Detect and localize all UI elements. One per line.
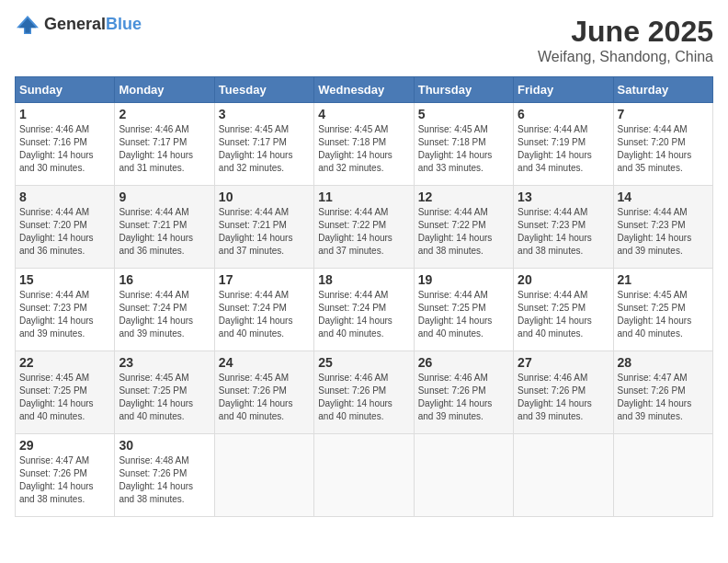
day-content: Sunrise: 4:45 AM Sunset: 7:17 PM Dayligh… — [219, 123, 310, 175]
table-row: 17 Sunrise: 4:44 AM Sunset: 7:24 PM Dayl… — [214, 269, 313, 351]
day-content: Sunrise: 4:45 AM Sunset: 7:18 PM Dayligh… — [418, 123, 509, 175]
day-number: 15 — [19, 272, 110, 287]
table-row: 29 Sunrise: 4:47 AM Sunset: 7:26 PM Dayl… — [16, 434, 115, 517]
day-content: Sunrise: 4:45 AM Sunset: 7:18 PM Dayligh… — [318, 123, 409, 175]
day-number: 26 — [418, 355, 509, 370]
table-row: 11 Sunrise: 4:44 AM Sunset: 7:22 PM Dayl… — [314, 186, 414, 269]
table-row: 7 Sunrise: 4:44 AM Sunset: 7:20 PM Dayli… — [613, 103, 712, 186]
day-number: 29 — [19, 438, 110, 453]
table-row: 24 Sunrise: 4:45 AM Sunset: 7:26 PM Dayl… — [214, 351, 313, 434]
table-row: 30 Sunrise: 4:48 AM Sunset: 7:26 PM Dayl… — [115, 434, 214, 517]
table-row: 14 Sunrise: 4:44 AM Sunset: 7:23 PM Dayl… — [613, 186, 712, 269]
table-row: 1 Sunrise: 4:46 AM Sunset: 7:16 PM Dayli… — [16, 103, 115, 186]
day-number: 8 — [19, 190, 110, 204]
table-row — [214, 434, 313, 517]
table-row: 6 Sunrise: 4:44 AM Sunset: 7:19 PM Dayli… — [514, 103, 613, 186]
day-content: Sunrise: 4:44 AM Sunset: 7:23 PM Dayligh… — [618, 206, 709, 258]
col-wednesday: Wednesday — [314, 77, 414, 103]
table-row: 4 Sunrise: 4:45 AM Sunset: 7:18 PM Dayli… — [314, 103, 414, 186]
day-number: 23 — [119, 355, 210, 370]
table-row — [414, 434, 513, 517]
table-row: 10 Sunrise: 4:44 AM Sunset: 7:21 PM Dayl… — [214, 186, 313, 269]
day-content: Sunrise: 4:46 AM Sunset: 7:26 PM Dayligh… — [418, 372, 509, 423]
table-row: 3 Sunrise: 4:45 AM Sunset: 7:17 PM Dayli… — [214, 103, 313, 186]
table-row: 2 Sunrise: 4:46 AM Sunset: 7:17 PM Dayli… — [115, 103, 214, 186]
logo-icon — [15, 16, 40, 34]
svg-marker-1 — [19, 17, 37, 32]
col-tuesday: Tuesday — [214, 77, 313, 103]
table-row: 19 Sunrise: 4:44 AM Sunset: 7:25 PM Dayl… — [414, 269, 513, 351]
logo-general: General — [44, 15, 106, 33]
day-content: Sunrise: 4:48 AM Sunset: 7:26 PM Dayligh… — [119, 454, 210, 506]
calendar-row-1: 1 Sunrise: 4:46 AM Sunset: 7:16 PM Dayli… — [16, 103, 713, 186]
calendar-row-4: 22 Sunrise: 4:45 AM Sunset: 7:25 PM Dayl… — [16, 351, 713, 434]
day-content: Sunrise: 4:44 AM Sunset: 7:25 PM Dayligh… — [518, 289, 609, 340]
day-content: Sunrise: 4:44 AM Sunset: 7:24 PM Dayligh… — [219, 289, 310, 340]
table-row: 20 Sunrise: 4:44 AM Sunset: 7:25 PM Dayl… — [514, 269, 613, 351]
day-content: Sunrise: 4:44 AM Sunset: 7:22 PM Dayligh… — [418, 206, 509, 258]
col-sunday: Sunday — [16, 77, 115, 103]
table-row — [314, 434, 414, 517]
calendar-table: Sunday Monday Tuesday Wednesday Thursday… — [15, 76, 713, 517]
day-content: Sunrise: 4:46 AM Sunset: 7:26 PM Dayligh… — [518, 372, 609, 423]
logo-blue: Blue — [106, 15, 142, 33]
day-content: Sunrise: 4:44 AM Sunset: 7:24 PM Dayligh… — [119, 289, 210, 340]
day-content: Sunrise: 4:44 AM Sunset: 7:19 PM Dayligh… — [518, 123, 609, 175]
day-content: Sunrise: 4:46 AM Sunset: 7:16 PM Dayligh… — [19, 123, 110, 175]
table-row: 23 Sunrise: 4:45 AM Sunset: 7:25 PM Dayl… — [115, 351, 214, 434]
col-saturday: Saturday — [613, 77, 712, 103]
day-content: Sunrise: 4:44 AM Sunset: 7:25 PM Dayligh… — [418, 289, 509, 340]
day-number: 11 — [318, 190, 409, 204]
day-number: 12 — [418, 190, 509, 204]
table-row: 5 Sunrise: 4:45 AM Sunset: 7:18 PM Dayli… — [414, 103, 513, 186]
table-row: 26 Sunrise: 4:46 AM Sunset: 7:26 PM Dayl… — [414, 351, 513, 434]
day-number: 6 — [518, 107, 609, 121]
table-row: 28 Sunrise: 4:47 AM Sunset: 7:26 PM Dayl… — [613, 351, 712, 434]
calendar-row-3: 15 Sunrise: 4:44 AM Sunset: 7:23 PM Dayl… — [16, 269, 713, 351]
day-content: Sunrise: 4:45 AM Sunset: 7:25 PM Dayligh… — [618, 289, 709, 340]
table-row: 8 Sunrise: 4:44 AM Sunset: 7:20 PM Dayli… — [16, 186, 115, 269]
day-number: 17 — [219, 272, 310, 287]
col-friday: Friday — [514, 77, 613, 103]
day-number: 10 — [219, 190, 310, 204]
day-number: 24 — [219, 355, 310, 370]
day-number: 27 — [518, 355, 609, 370]
day-content: Sunrise: 4:44 AM Sunset: 7:21 PM Dayligh… — [219, 206, 310, 258]
day-number: 28 — [618, 355, 709, 370]
day-number: 20 — [518, 272, 609, 287]
calendar-row-5: 29 Sunrise: 4:47 AM Sunset: 7:26 PM Dayl… — [16, 434, 713, 517]
day-number: 16 — [119, 272, 210, 287]
day-number: 19 — [418, 272, 509, 287]
calendar-row-2: 8 Sunrise: 4:44 AM Sunset: 7:20 PM Dayli… — [16, 186, 713, 269]
table-row: 12 Sunrise: 4:44 AM Sunset: 7:22 PM Dayl… — [414, 186, 513, 269]
day-content: Sunrise: 4:44 AM Sunset: 7:24 PM Dayligh… — [318, 289, 409, 340]
day-number: 9 — [119, 190, 210, 204]
day-number: 7 — [618, 107, 709, 121]
table-row: 21 Sunrise: 4:45 AM Sunset: 7:25 PM Dayl… — [613, 269, 712, 351]
day-number: 2 — [119, 107, 210, 121]
day-content: Sunrise: 4:44 AM Sunset: 7:23 PM Dayligh… — [19, 289, 110, 340]
day-number: 3 — [219, 107, 310, 121]
day-number: 18 — [318, 272, 409, 287]
table-row: 16 Sunrise: 4:44 AM Sunset: 7:24 PM Dayl… — [115, 269, 214, 351]
calendar-title: June 2025 — [538, 15, 713, 49]
day-content: Sunrise: 4:47 AM Sunset: 7:26 PM Dayligh… — [618, 372, 709, 423]
table-row: 9 Sunrise: 4:44 AM Sunset: 7:21 PM Dayli… — [115, 186, 214, 269]
day-content: Sunrise: 4:46 AM Sunset: 7:26 PM Dayligh… — [318, 372, 409, 423]
day-content: Sunrise: 4:44 AM Sunset: 7:20 PM Dayligh… — [618, 123, 709, 175]
day-content: Sunrise: 4:45 AM Sunset: 7:25 PM Dayligh… — [19, 372, 110, 423]
table-row: 25 Sunrise: 4:46 AM Sunset: 7:26 PM Dayl… — [314, 351, 414, 434]
table-row: 27 Sunrise: 4:46 AM Sunset: 7:26 PM Dayl… — [514, 351, 613, 434]
day-content: Sunrise: 4:46 AM Sunset: 7:17 PM Dayligh… — [119, 123, 210, 175]
day-number: 4 — [318, 107, 409, 121]
day-content: Sunrise: 4:44 AM Sunset: 7:23 PM Dayligh… — [518, 206, 609, 258]
page-header: GeneralBlue June 2025 Weifang, Shandong,… — [15, 15, 713, 65]
day-content: Sunrise: 4:44 AM Sunset: 7:20 PM Dayligh… — [19, 206, 110, 258]
day-number: 21 — [618, 272, 709, 287]
day-content: Sunrise: 4:44 AM Sunset: 7:21 PM Dayligh… — [119, 206, 210, 258]
day-content: Sunrise: 4:47 AM Sunset: 7:26 PM Dayligh… — [19, 454, 110, 506]
table-row — [514, 434, 613, 517]
table-row: 22 Sunrise: 4:45 AM Sunset: 7:25 PM Dayl… — [16, 351, 115, 434]
title-section: June 2025 Weifang, Shandong, China — [538, 15, 713, 65]
table-row: 15 Sunrise: 4:44 AM Sunset: 7:23 PM Dayl… — [16, 269, 115, 351]
